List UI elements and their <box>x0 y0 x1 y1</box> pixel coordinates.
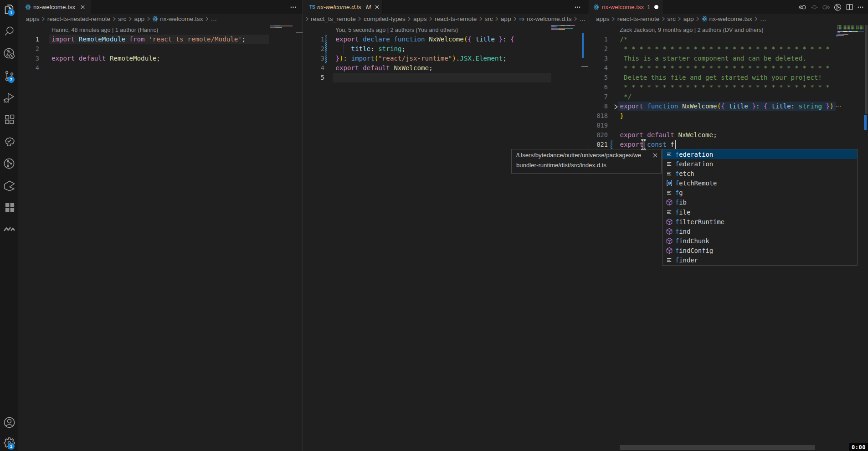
suggestion-item[interactable]: fib <box>663 198 857 207</box>
horizontal-scrollbar[interactable] <box>620 445 815 450</box>
grid-icon[interactable] <box>0 201 18 213</box>
vertical-scrollbar[interactable] <box>865 25 868 114</box>
suggestion-item[interactable]: federation <box>663 159 857 169</box>
gitlens-inspect-icon[interactable] <box>0 48 18 60</box>
editor-pane[interactable]: You, 5 seconds ago | 2 authors (You and … <box>303 0 589 451</box>
line-number: 821 <box>596 140 608 149</box>
recording-timer: 0:00 <box>849 443 868 451</box>
popup-close-icon[interactable] <box>652 152 658 159</box>
editor-pane[interactable]: Hanric, 48 minutes ago | 1 author (Hanri… <box>18 0 303 451</box>
minimap-line <box>551 29 565 30</box>
code-line[interactable]: This is a starter component and can be d… <box>620 54 806 63</box>
line-number: 1 <box>36 35 39 44</box>
code-line[interactable]: export declare function NxWelcome({ titl… <box>336 35 514 44</box>
symbol-text-icon <box>666 160 673 168</box>
fold-chevron-icon[interactable] <box>613 104 619 110</box>
code-line[interactable]: Delete this file and get started with yo… <box>620 73 822 82</box>
fold-ellipsis[interactable] <box>835 105 841 108</box>
code-line[interactable]: export default RemoteModule; <box>51 54 160 63</box>
code-line[interactable]: * * * * * * * * * * * * * * * * * * * * … <box>620 63 830 73</box>
line-number: 5 <box>321 73 324 82</box>
symbol-method-icon <box>666 247 673 254</box>
minimap-line <box>270 26 293 26</box>
suggestion-item[interactable]: filterRuntime <box>663 217 857 226</box>
overview-modified-mark <box>864 115 867 130</box>
line-number: 7 <box>604 92 608 102</box>
explorer-badge: 1 <box>8 9 15 16</box>
indent-guide <box>336 44 336 54</box>
suggestion-item[interactable]: findConfig <box>663 246 857 256</box>
code-line[interactable]: * * * * * * * * * * * * * * * * * * * * … <box>620 44 830 54</box>
line-number: 820 <box>596 130 608 140</box>
accounts-icon[interactable] <box>0 416 18 429</box>
code-line[interactable]: } <box>620 111 624 121</box>
line-number: 4 <box>604 63 608 73</box>
line-number: 6 <box>604 82 608 92</box>
todo-tree-icon[interactable] <box>0 136 18 148</box>
codelens-blame[interactable]: Zack Jackson, 9 months ago | 2 authors (… <box>620 26 763 35</box>
suggestion-label: finder <box>675 256 698 264</box>
gutter-modified-indicator <box>325 35 327 63</box>
mouse-cursor <box>640 138 647 151</box>
symbol-text-icon <box>666 151 673 158</box>
suggestion-item[interactable]: findChunk <box>663 236 857 246</box>
suggestion-label: filterRuntime <box>675 218 724 226</box>
line-number: 819 <box>596 121 608 130</box>
search-icon[interactable] <box>0 26 18 37</box>
text-caret <box>675 140 676 149</box>
suggest-details-popup: /Users/bytedance/outter/universe/package… <box>511 149 662 174</box>
minimap-line <box>837 34 848 35</box>
minimap-line <box>551 26 557 27</box>
line-number: 2 <box>604 44 608 54</box>
line-number: 1 <box>321 35 324 44</box>
code-line[interactable]: */ <box>620 92 632 102</box>
code-line[interactable]: export default NxWelcome; <box>336 63 433 73</box>
code-line[interactable]: import RemoteModule from 'react_ts_remot… <box>51 35 246 44</box>
code-line[interactable]: /* <box>620 35 628 44</box>
symbol-method-icon <box>666 228 673 235</box>
minimap-modified-mark <box>836 35 838 36</box>
hex-c-icon[interactable] <box>0 180 18 192</box>
overview-cursor-mark <box>296 32 303 33</box>
code-line[interactable]: export default NxWelcome; <box>620 130 717 140</box>
suggestion-item[interactable]: file <box>663 207 857 217</box>
suggestion-label: fetch <box>675 170 694 177</box>
line-number: 5 <box>604 73 608 82</box>
line-number: 3 <box>604 54 608 63</box>
line-number: 2 <box>321 44 324 54</box>
extensions-icon[interactable] <box>0 114 18 125</box>
overview-modified-mark <box>582 33 584 58</box>
line-number: 8 <box>604 102 608 111</box>
suggestion-label: findConfig <box>675 247 713 254</box>
run-and-debug-icon[interactable] <box>0 92 18 103</box>
symbol-method-icon <box>666 237 673 245</box>
suggestion-item[interactable]: finder <box>663 256 857 265</box>
code-line[interactable]: export function NxWelcome({ title }: { t… <box>620 102 834 111</box>
suggestion-item[interactable]: fg <box>663 188 857 198</box>
line-number: 4 <box>36 63 39 73</box>
code-line[interactable]: title: string; <box>336 44 406 54</box>
suggestion-item[interactable]: federation <box>663 149 857 159</box>
editor-group-middle: TS nx-welcome.d.ts M react_ts_remotecomp… <box>303 0 589 451</box>
gitlens-icon[interactable] <box>0 158 18 169</box>
suggestion-item[interactable]: fetchRemote <box>663 178 857 188</box>
suggestion-label: file <box>675 209 690 216</box>
codelens-blame[interactable]: Hanric, 48 minutes ago | 1 author (Hanri… <box>51 26 158 35</box>
codelens-blame[interactable]: You, 5 seconds ago | 2 authors (You and … <box>335 26 458 35</box>
suggestion-label: findChunk <box>675 237 709 245</box>
suggestion-label: federation <box>675 160 713 168</box>
minimap-line <box>837 32 840 33</box>
symbol-text-icon <box>666 256 673 264</box>
suggestion-item[interactable]: find <box>663 226 857 236</box>
suggestion-item[interactable]: fetch <box>663 169 857 178</box>
popup-path-line2: bundler-runtime/dist/src/index.d.ts <box>516 162 606 169</box>
waves-icon[interactable] <box>0 223 18 235</box>
minimap-line <box>551 25 575 26</box>
gutter-modified-indicator <box>611 140 612 149</box>
editor-group-left: nx-welcome.tsx appsreact-ts-nested-remot… <box>18 0 303 451</box>
code-line[interactable]: }): import("react/jsx-runtime").JSX.Elem… <box>336 54 507 63</box>
current-line-highlight <box>333 73 551 82</box>
code-line[interactable]: * * * * * * * * * * * * * * * * * * * * … <box>620 82 830 92</box>
line-number: 4 <box>321 63 324 73</box>
indent-guide <box>344 44 344 54</box>
